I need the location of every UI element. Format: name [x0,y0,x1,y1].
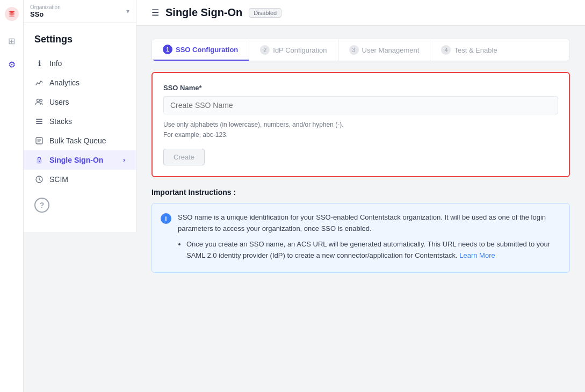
instructions-text: SSO name is a unique identification for … [178,212,559,263]
sidebar-item-analytics[interactable]: Analytics [24,73,136,92]
bulk-task-icon [34,136,44,146]
sidebar-bottom: ? [24,189,136,221]
hint-line1: Use only alphabets (in lowercase), numbe… [163,121,344,128]
instruction-line1: SSO name is a unique identification for … [178,213,546,233]
page-title: Single Sign-On [165,6,242,19]
sidebar-item-users[interactable]: Users [24,92,136,112]
svg-rect-5 [36,123,42,124]
settings-sidebar: Settings ℹ Info Analytics Users [24,23,136,232]
sso-name-label: SSO Name* [163,84,558,92]
sidebar-item-bulk-task-queue[interactable]: Bulk Task Queue [24,131,136,150]
svg-point-8 [39,161,40,162]
icon-rail: ⊞ ⚙ [0,0,24,392]
sso-name-card: SSO Name* Use only alphabets (in lowerca… [151,72,570,177]
sidebar-item-scim-label: SCIM [49,175,68,184]
tab-label-sso-config: SSO Configuration [176,46,238,54]
instruction-bullet1: Once you create an SSO name, an ACS URL … [186,239,559,262]
org-name: SSo [30,10,61,18]
tab-num-1: 1 [163,45,172,54]
sidebar-item-stacks-label: Stacks [49,117,72,126]
info-circle-icon: i [161,213,171,224]
analytics-icon [34,78,44,88]
instructions-card: i SSO name is a unique identification fo… [151,203,570,272]
app-logo[interactable] [4,6,19,21]
create-button[interactable]: Create [163,149,205,165]
menu-icon[interactable]: ☰ [151,8,159,18]
org-chevron-icon: ▾ [126,8,129,15]
tab-user-management[interactable]: 3 User Management [338,39,431,61]
svg-rect-4 [36,121,42,122]
sso-name-hint: Use only alphabets (in lowercase), numbe… [163,120,558,140]
sidebar-item-scim[interactable]: SCIM [24,170,136,189]
hint-line2: For example, abc-123. [163,131,228,139]
sidebar-item-analytics-label: Analytics [49,78,80,87]
tab-sso-configuration[interactable]: 1 SSO Configuration [152,39,249,61]
tab-num-3: 3 [349,45,359,55]
tab-label-test-enable: Test & Enable [454,46,497,54]
users-icon [34,97,44,107]
rail-settings-icon[interactable]: ⚙ [5,58,18,71]
status-badge: Disabled [249,8,281,18]
scim-icon [34,175,44,184]
content-area: 1 SSO Configuration 2 IdP Configuration … [136,26,585,392]
learn-more-link[interactable]: Learn More [459,251,495,259]
sso-chevron-icon: › [123,156,125,164]
rail-grid-icon[interactable]: ⊞ [5,34,18,47]
sso-name-input[interactable] [163,96,558,114]
stacks-icon [34,117,44,126]
tabs-bar: 1 SSO Configuration 2 IdP Configuration … [151,39,570,61]
sidebar-item-sso-label: Single Sign-On [49,156,103,164]
svg-rect-3 [36,119,42,120]
tab-idp-configuration[interactable]: 2 IdP Configuration [249,39,338,61]
sidebar-item-bulk-task-label: Bulk Task Queue [49,136,106,145]
sidebar-item-users-label: Users [49,98,69,106]
tab-label-idp: IdP Configuration [273,46,327,54]
sidebar-item-single-sign-on[interactable]: Single Sign-On › [24,150,136,170]
sidebar-item-info[interactable]: ℹ Info [24,54,136,73]
main-content: ☰ Single Sign-On Disabled 1 SSO Configur… [136,0,585,392]
topbar: ☰ Single Sign-On Disabled [136,0,585,26]
sso-lock-icon [34,155,44,165]
svg-point-1 [37,99,40,102]
help-button[interactable]: ? [34,198,49,213]
tab-test-enable[interactable]: 4 Test & Enable [430,39,508,61]
sidebar-item-stacks[interactable]: Stacks [24,112,136,131]
svg-point-2 [40,99,42,101]
instructions-section: Important Instructions : i SSO name is a… [151,188,570,272]
tab-num-4: 4 [441,45,451,55]
tab-num-2: 2 [260,45,270,55]
sidebar-title: Settings [24,34,136,54]
org-bar[interactable]: Organization SSo ▾ [24,0,136,23]
tab-label-user-mgmt: User Management [362,46,420,54]
info-icon: ℹ [34,59,44,68]
instructions-title: Important Instructions : [151,188,570,197]
sidebar-item-info-label: Info [49,59,62,68]
org-label: Organization [30,4,61,10]
